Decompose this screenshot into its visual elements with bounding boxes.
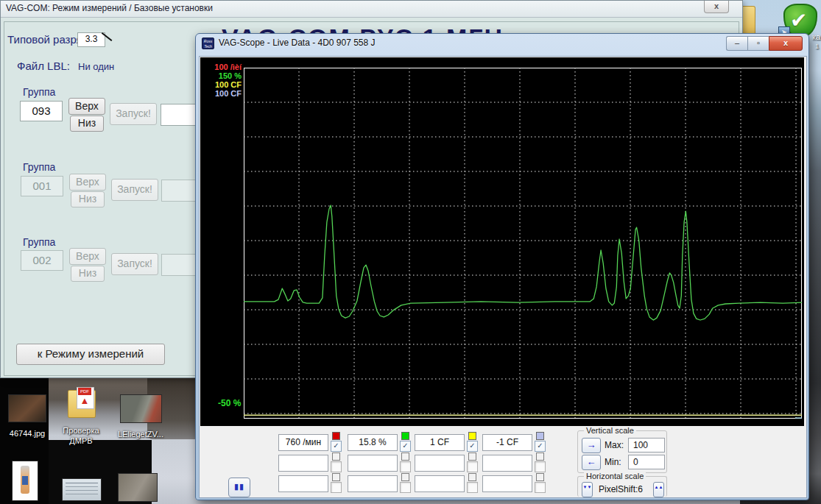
partial-icon-label2: 1 bbox=[815, 43, 819, 50]
channel-checkbox[interactable]: ✓ bbox=[535, 441, 546, 452]
lbl-file-label: Файл LBL: bbox=[17, 60, 70, 72]
icon-label: ПроверкаДМРВ bbox=[53, 425, 109, 446]
channel-value-field-empty[interactable] bbox=[278, 475, 328, 492]
desktop-icon-lelieget[interactable]: LEliegetZV... bbox=[112, 394, 169, 439]
channel-color-swatch-green bbox=[401, 432, 409, 440]
group-number-field[interactable]: 002 bbox=[21, 250, 63, 271]
legend-blue-channel: 100 CF bbox=[205, 89, 242, 98]
channel-value-field-empty[interactable] bbox=[348, 475, 398, 492]
group-down-button[interactable]: Низ bbox=[71, 266, 105, 282]
group-down-button[interactable]: Низ bbox=[71, 191, 105, 207]
channel-color-swatch-red bbox=[332, 432, 340, 440]
group-result-field[interactable] bbox=[161, 254, 196, 276]
channel-checkbox[interactable] bbox=[400, 482, 411, 493]
channel-checkbox[interactable] bbox=[467, 482, 478, 493]
channel-value-field[interactable]: 15.8 % bbox=[348, 434, 398, 451]
maximize-button[interactable]: ▫ bbox=[747, 36, 769, 51]
group-result-field[interactable] bbox=[161, 104, 196, 126]
scope-trace-svg bbox=[244, 68, 802, 419]
legend-green-channel: 150 % bbox=[205, 71, 242, 80]
channel-value-field-empty[interactable] bbox=[415, 455, 465, 472]
rosstech-logo-icon: Ross Tech bbox=[202, 38, 214, 49]
image-thumbnail bbox=[118, 473, 158, 502]
channel-checkbox[interactable] bbox=[400, 461, 411, 472]
group-up-button[interactable]: Верх bbox=[69, 248, 106, 265]
scale-shift-left-button[interactable]: ← bbox=[582, 455, 601, 470]
checkmark-icon: ✔ bbox=[790, 8, 807, 32]
vertical-scale-title: Vertical scale bbox=[584, 426, 636, 435]
close-button[interactable]: x bbox=[769, 36, 803, 51]
image-thumbnail bbox=[120, 394, 162, 423]
channel-value-field-empty[interactable] bbox=[278, 455, 328, 472]
channel-value-field-empty[interactable] bbox=[415, 475, 465, 492]
icon-label: LEliegetZV... bbox=[112, 429, 169, 439]
channel-checkbox[interactable] bbox=[467, 461, 478, 472]
channel-value-field[interactable]: 1 CF bbox=[415, 434, 465, 451]
channel-value-field[interactable]: -1 CF bbox=[482, 434, 532, 451]
channel-checkbox[interactable] bbox=[535, 482, 546, 493]
min-value-field[interactable]: 0 bbox=[628, 455, 665, 469]
group-run-button[interactable]: Запуск! bbox=[111, 179, 158, 201]
group-up-button[interactable]: Верх bbox=[68, 98, 105, 115]
desktop-icon-46744[interactable]: 46744.jpg bbox=[0, 394, 54, 439]
group-result-field[interactable] bbox=[161, 180, 196, 202]
channel-color-swatch-empty bbox=[401, 473, 409, 481]
channel-color-swatch-empty bbox=[468, 473, 476, 481]
min-label: Min: bbox=[605, 457, 621, 467]
channel-color-swatch-empty bbox=[468, 452, 476, 461]
scope-min-percent-label: -50 % bbox=[218, 398, 241, 408]
image-thumbnail bbox=[8, 394, 46, 422]
vagcom-background-heading: VAG-COM РУС 1 МГН bbox=[222, 24, 504, 33]
caption-buttons: – ▫ x bbox=[726, 36, 803, 49]
vagcom-window-title: VAG-COM: Режим измерений / Базовые устан… bbox=[6, 3, 213, 13]
image-thumbnail bbox=[12, 461, 38, 501]
scope-plot bbox=[244, 68, 802, 419]
channel-value-field-empty[interactable] bbox=[482, 475, 532, 492]
vagcom-close-button[interactable]: x bbox=[704, 1, 729, 13]
mouse-cursor bbox=[102, 32, 116, 43]
channel-checkbox[interactable] bbox=[535, 461, 546, 472]
channel-checkbox[interactable]: ✓ bbox=[400, 441, 411, 452]
vertical-scale-group: Vertical scale → Max: 100 ← Min: 0 bbox=[577, 430, 667, 473]
vagscope-titlebar[interactable]: Ross Tech VAG-Scope - Live Data - 4D0 90… bbox=[196, 34, 808, 53]
channel-color-swatch-yellow bbox=[468, 432, 476, 440]
max-label: Max: bbox=[605, 440, 624, 450]
pixelshift-down-spinner[interactable]: ▼▼ bbox=[582, 482, 593, 497]
channel-checkbox[interactable]: ✓ bbox=[331, 441, 342, 452]
pause-button[interactable]: ▮▮ bbox=[228, 478, 250, 497]
group-run-button[interactable]: Запуск! bbox=[110, 103, 157, 125]
channel-color-swatch-empty bbox=[536, 473, 544, 481]
scope-control-panel: ▮▮ 760 /мин ✓ 15.8 % ✓ 1 CF ✓ -1 CF ✓ Ve… bbox=[200, 426, 804, 497]
vagscope-window-title: VAG-Scope - Live Data - 4D0 907 558 J bbox=[219, 38, 376, 48]
vagscope-client: 100 /ìèí 150 % 100 CF 100 CF -50 % ▮▮ 76… bbox=[199, 56, 807, 498]
horizontal-scale-group: Horizontal scale ▼▼ PixelShift:6 ▲▲ bbox=[577, 476, 667, 497]
channel-checkbox[interactable]: ✓ bbox=[467, 441, 478, 452]
channel-value-field-empty[interactable] bbox=[482, 455, 532, 472]
group-number-field[interactable]: 093 bbox=[20, 101, 63, 121]
group-run-button[interactable]: Запуск! bbox=[111, 253, 158, 275]
channel-checkbox[interactable] bbox=[331, 461, 342, 472]
max-value-field[interactable]: 100 bbox=[628, 438, 665, 452]
back-to-measuring-button[interactable]: к Режиму измерений bbox=[16, 344, 165, 365]
legend-red-channel: 100 /ìèí bbox=[205, 63, 242, 71]
channel-color-swatch-empty bbox=[332, 452, 340, 461]
vagcom-titlebar[interactable]: VAG-COM: Режим измерений / Базовые устан… bbox=[1, 1, 742, 18]
group-number-field[interactable]: 001 bbox=[21, 176, 63, 196]
channel-checkbox[interactable] bbox=[331, 482, 342, 493]
desktop-icon-proverka-dmrv[interactable]: PDF ▲ ПроверкаДМРВ bbox=[53, 386, 109, 446]
minimize-button[interactable]: – bbox=[726, 36, 747, 51]
scale-shift-right-button[interactable]: → bbox=[582, 438, 601, 453]
desktop-icon-table[interactable] bbox=[62, 478, 102, 504]
group-up-button[interactable]: Верх bbox=[69, 174, 106, 191]
group-label: Группа bbox=[23, 236, 55, 248]
desktop-icon-statue[interactable] bbox=[118, 473, 158, 504]
horizontal-scale-title: Horizontal scale bbox=[584, 472, 646, 480]
pixelshift-up-spinner[interactable]: ▲▲ bbox=[653, 482, 664, 497]
channel-color-swatch-blue bbox=[536, 432, 544, 440]
group-down-button[interactable]: Низ bbox=[70, 116, 104, 132]
group-label: Группа bbox=[23, 161, 55, 173]
desktop-icon-spraycan[interactable] bbox=[12, 461, 38, 504]
lbl-file-value: Ни один bbox=[78, 61, 114, 72]
channel-value-field-empty[interactable] bbox=[348, 455, 398, 472]
channel-value-field[interactable]: 760 /мин bbox=[278, 434, 328, 451]
